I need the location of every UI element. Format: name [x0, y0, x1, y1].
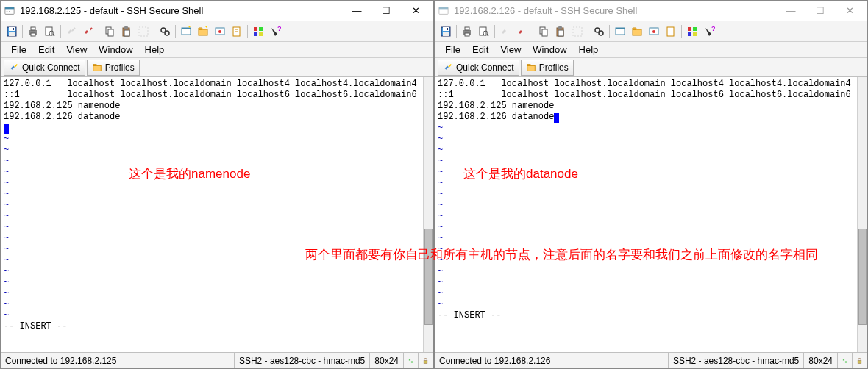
svg-point-59 — [599, 31, 603, 35]
svg-rect-24 — [182, 28, 191, 29]
new-transfer-icon[interactable] — [629, 24, 645, 40]
terminal[interactable]: 127.0.0.1 localhost localhost.localdomai… — [435, 77, 867, 352]
menubar: File Edit View Window Help — [435, 42, 867, 58]
window-title: 192.168.2.125 - default - SSH Secure She… — [20, 5, 342, 16]
maximize-button[interactable]: ☐ — [371, 1, 401, 21]
save-icon[interactable] — [4, 24, 20, 40]
svg-point-22 — [165, 31, 169, 35]
connect-icon — [63, 24, 79, 40]
find-icon[interactable] — [591, 24, 607, 40]
quick-connect-label: Quick Connect — [22, 62, 80, 73]
svg-rect-62 — [633, 29, 641, 35]
menu-file[interactable]: File — [441, 43, 465, 57]
quick-connect-button[interactable]: Quick Connect — [438, 60, 519, 76]
scrollbar[interactable] — [423, 77, 433, 352]
save-icon[interactable] — [438, 24, 454, 40]
ssh-window-right: 192.168.2.126 - default - SSH Secure She… — [434, 0, 868, 369]
svg-rect-53 — [542, 29, 547, 36]
profiles-label: Profiles — [105, 62, 135, 73]
close-button[interactable]: ✕ — [835, 1, 864, 21]
svg-rect-25 — [199, 29, 207, 35]
statusbar: Connected to 192.168.2.125 SSH2 - aes128… — [1, 352, 433, 368]
svg-rect-56 — [558, 30, 563, 36]
color-icon[interactable] — [250, 24, 266, 40]
menu-edit[interactable]: Edit — [468, 43, 493, 57]
svg-rect-44 — [447, 28, 448, 30]
copy-icon[interactable] — [102, 24, 118, 40]
color-icon[interactable] — [684, 24, 700, 40]
svg-rect-33 — [254, 32, 257, 36]
svg-rect-61 — [616, 28, 625, 29]
copy-icon[interactable] — [536, 24, 552, 40]
profiles-button[interactable]: Profiles — [521, 60, 574, 76]
log-icon[interactable] — [229, 24, 245, 40]
svg-line-13 — [53, 35, 54, 36]
disconnect-icon[interactable] — [514, 24, 530, 40]
status-cipher: SSH2 - aes128-cbc - hmac-md5 — [235, 353, 370, 368]
svg-point-3 — [9, 11, 10, 12]
print-icon[interactable] — [459, 24, 475, 40]
menu-window[interactable]: Window — [528, 43, 571, 57]
svg-rect-65 — [667, 27, 674, 36]
svg-rect-55 — [558, 26, 562, 29]
new-transfer-icon[interactable] — [195, 24, 211, 40]
menu-help[interactable]: Help — [574, 43, 603, 57]
paste-icon[interactable] — [118, 24, 135, 40]
terminal[interactable]: 127.0.0.1 localhost localhost.localdomai… — [1, 77, 433, 352]
svg-rect-20 — [139, 27, 148, 36]
titlebar[interactable]: 192.168.2.126 - default - SSH Secure She… — [435, 1, 867, 21]
print-preview-icon[interactable] — [42, 24, 58, 40]
profiles-label: Profiles — [539, 62, 569, 73]
toolbar: ? — [1, 21, 433, 42]
find-icon[interactable] — [157, 24, 173, 40]
menu-file[interactable]: File — [7, 43, 31, 57]
help-icon[interactable]: ? — [267, 24, 283, 40]
menu-edit[interactable]: Edit — [34, 43, 59, 57]
paste-icon[interactable] — [552, 24, 569, 40]
status-indicator-icon — [404, 353, 419, 368]
minimize-button[interactable]: — — [776, 1, 805, 21]
minimize-button[interactable]: — — [342, 1, 371, 21]
svg-rect-48 — [465, 33, 469, 36]
svg-rect-19 — [124, 30, 129, 36]
svg-rect-72 — [843, 359, 844, 360]
app-icon — [4, 5, 15, 17]
svg-rect-16 — [108, 29, 113, 36]
svg-rect-31 — [254, 27, 257, 31]
print-preview-icon[interactable] — [476, 24, 492, 40]
help-icon[interactable]: ? — [701, 24, 717, 40]
svg-rect-9 — [31, 27, 35, 30]
svg-rect-7 — [9, 32, 15, 36]
maximize-button[interactable]: ☐ — [805, 1, 835, 21]
new-terminal-icon[interactable] — [612, 24, 628, 40]
scrollbar[interactable] — [857, 77, 867, 352]
titlebar[interactable]: 192.168.2.125 - default - SSH Secure She… — [1, 1, 433, 21]
menu-view[interactable]: View — [62, 43, 91, 57]
menu-help[interactable]: Help — [140, 43, 169, 57]
status-indicator-icon — [838, 353, 853, 368]
svg-rect-69 — [693, 32, 697, 36]
settings-icon[interactable] — [212, 24, 228, 40]
ssh-window-left: 192.168.2.125 - default - SSH Secure She… — [0, 0, 434, 369]
close-button[interactable]: ✕ — [401, 1, 430, 21]
toolbar: ? — [435, 21, 867, 42]
select-icon — [569, 24, 586, 40]
settings-icon[interactable] — [646, 24, 662, 40]
profiles-button[interactable]: Profiles — [87, 60, 140, 76]
status-lock-icon — [419, 353, 433, 368]
status-connected: Connected to 192.168.2.126 — [435, 353, 669, 368]
svg-rect-18 — [124, 26, 128, 29]
menu-view[interactable]: View — [496, 43, 525, 57]
disconnect-icon[interactable] — [80, 24, 96, 40]
log-icon[interactable] — [663, 24, 679, 40]
new-terminal-icon[interactable] — [178, 24, 194, 40]
quick-connect-button[interactable]: Quick Connect — [4, 60, 85, 76]
svg-rect-47 — [465, 27, 469, 30]
svg-rect-71 — [527, 65, 535, 71]
svg-rect-67 — [693, 27, 697, 31]
svg-rect-37 — [409, 359, 410, 360]
svg-rect-32 — [259, 27, 263, 31]
svg-rect-10 — [31, 33, 35, 36]
menu-window[interactable]: Window — [94, 43, 137, 57]
print-icon[interactable] — [25, 24, 41, 40]
